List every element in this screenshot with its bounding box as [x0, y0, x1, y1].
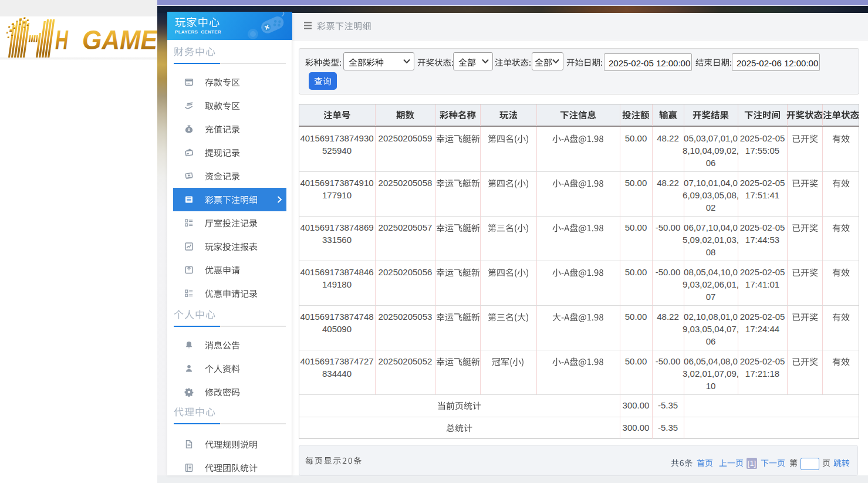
svg-text:H: H: [55, 24, 69, 55]
svg-text:GAME: GAME: [82, 24, 157, 55]
